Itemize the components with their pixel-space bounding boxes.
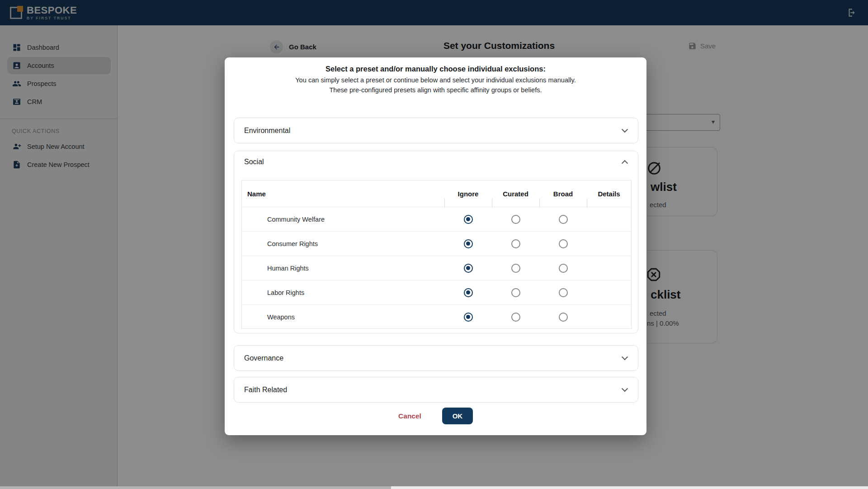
radio-ignore[interactable] — [464, 215, 473, 224]
accordion-social: Social Name Ignore Curated Broad Details… — [234, 151, 638, 333]
radio-ignore[interactable] — [464, 288, 473, 297]
modal-subtitle-2: These pre-configured presets align with … — [225, 86, 646, 94]
table-row-weapons: Weapons — [242, 304, 631, 329]
radio-curated[interactable] — [511, 288, 520, 297]
chevron-up-icon — [622, 160, 628, 166]
column-header-name: Name — [242, 190, 444, 198]
radio-ignore[interactable] — [464, 313, 473, 322]
row-name: Human Rights — [242, 265, 444, 272]
radio-curated[interactable] — [511, 215, 520, 224]
accordion-faith-related: Faith Related — [234, 377, 638, 403]
exclusions-table: Name Ignore Curated Broad Details Commun… — [241, 180, 632, 329]
row-name: Labor Rights — [242, 289, 444, 296]
chevron-down-icon — [622, 354, 628, 360]
radio-broad[interactable] — [559, 264, 568, 273]
horizontal-scrollbar[interactable] — [0, 486, 868, 489]
row-name: Consumer Rights — [242, 240, 444, 247]
chevron-down-icon — [622, 385, 628, 392]
chevron-down-icon — [622, 126, 628, 133]
accordion-environmental: Environmental — [234, 118, 638, 143]
modal-subtitle-1: You can simply select a preset or contin… — [225, 76, 646, 84]
modal-footer: Cancel OK — [225, 408, 646, 424]
accordion-label: Environmental — [244, 127, 290, 135]
radio-ignore[interactable] — [464, 239, 473, 248]
table-row-community-welfare: Community Welfare — [242, 207, 631, 231]
accordion-label: Governance — [244, 354, 283, 362]
table-row-human-rights: Human Rights — [242, 256, 631, 280]
horizontal-scrollbar-thumb[interactable] — [0, 486, 391, 489]
radio-ignore[interactable] — [464, 264, 473, 273]
accordion-label: Social — [244, 158, 264, 166]
column-header-curated: Curated — [492, 190, 539, 198]
accordion-label: Faith Related — [244, 386, 287, 394]
accordion-governance-header[interactable]: Governance — [234, 346, 638, 371]
table-row-consumer-rights: Consumer Rights — [242, 231, 631, 256]
radio-broad[interactable] — [559, 288, 568, 297]
ok-button[interactable]: OK — [442, 408, 473, 424]
modal-title: Select a preset and/or manually choose i… — [225, 65, 646, 73]
exclusions-modal: Select a preset and/or manually choose i… — [225, 57, 646, 435]
row-name: Weapons — [242, 313, 444, 321]
accordion-environmental-header[interactable]: Environmental — [234, 118, 638, 143]
radio-curated[interactable] — [511, 239, 520, 248]
accordion-faith-related-header[interactable]: Faith Related — [234, 377, 638, 403]
column-header-details: Details — [587, 190, 631, 198]
radio-curated[interactable] — [511, 264, 520, 273]
table-header-row: Name Ignore Curated Broad Details — [242, 180, 631, 207]
cancel-button[interactable]: Cancel — [398, 412, 421, 420]
app-root: BESPOKE BY FIRST TRUST Dashboard Account… — [0, 0, 868, 489]
accordion-governance: Governance — [234, 345, 638, 371]
column-header-ignore: Ignore — [444, 190, 492, 198]
row-name: Community Welfare — [242, 216, 444, 223]
radio-broad[interactable] — [559, 313, 568, 322]
accordion-social-header[interactable]: Social — [234, 151, 638, 173]
column-header-broad: Broad — [539, 190, 587, 198]
table-row-labor-rights: Labor Rights — [242, 280, 631, 304]
radio-curated[interactable] — [511, 313, 520, 322]
radio-broad[interactable] — [559, 239, 568, 248]
radio-broad[interactable] — [559, 215, 568, 224]
